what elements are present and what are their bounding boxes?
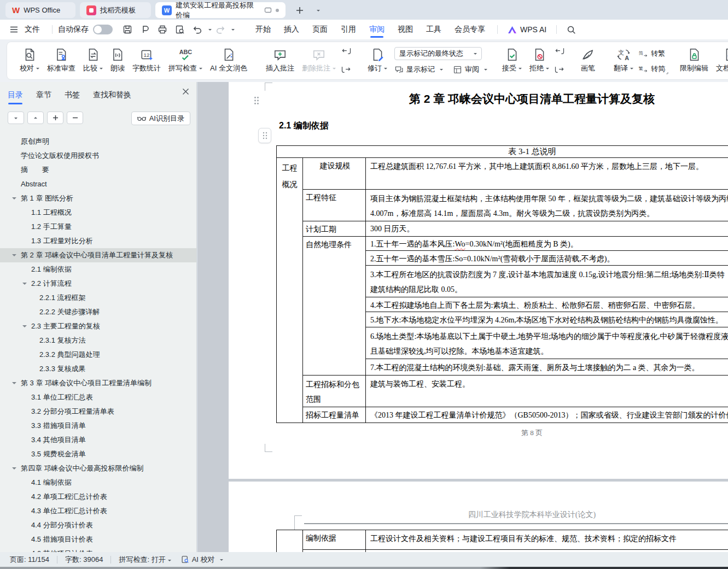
row-label[interactable]: 招标工程量清单 xyxy=(303,407,366,423)
toc-item[interactable]: 2.2.1 流程框架 xyxy=(0,291,197,305)
tab-list-dropdown[interactable] xyxy=(311,4,324,17)
document-page-9[interactable]: 四川工业科技学院本科毕业设计(论文) 编制依据 工程设计文件及相关资料；与建设工… xyxy=(229,482,728,552)
tab-wps-home[interactable]: W WPS Office xyxy=(5,2,75,18)
delete-comment-button[interactable]: 删除批注 xyxy=(298,45,340,75)
section-heading[interactable]: 2.1 编制依据 xyxy=(279,120,329,132)
collapse-arrow-icon[interactable] xyxy=(22,283,27,287)
toc-item[interactable]: 2.2 计算流程 xyxy=(0,277,197,291)
spell-check-button[interactable]: ABC 拼写检查 xyxy=(165,45,206,75)
redo-icon[interactable] xyxy=(213,23,228,36)
table-caption[interactable]: 表 3-1 总说明 xyxy=(277,146,728,158)
toc-item[interactable]: 2.3.1 复核方法 xyxy=(0,333,197,348)
undo-dropdown-caret[interactable] xyxy=(208,29,212,32)
collapse-arrow-icon[interactable] xyxy=(12,467,16,472)
reject-button[interactable]: 拒绝 xyxy=(526,45,553,75)
sidebar-tab-find-replace[interactable]: 查找和替换 xyxy=(93,90,131,100)
row-label[interactable]: 自然地理条件 xyxy=(303,237,366,376)
pen-button[interactable]: 画笔 xyxy=(577,45,599,75)
print-icon[interactable] xyxy=(155,23,170,36)
toc-item[interactable]: 2.1 编制依据 xyxy=(0,262,197,277)
insert-comment-button[interactable]: 插入批注 xyxy=(262,45,298,75)
track-changes-button[interactable]: 修订 xyxy=(364,45,391,75)
simplified-to-traditional-button[interactable]: 简 转繁 xyxy=(638,49,665,58)
toc-item[interactable]: 3.3 措施项目清单 xyxy=(0,419,197,433)
toc-item[interactable]: 4.4 分部分项计价表 xyxy=(0,518,197,532)
toc-collapse-up-button[interactable] xyxy=(27,112,44,124)
toc-item[interactable]: 4.2 单项工程汇总计价表 xyxy=(0,490,197,504)
cell-text[interactable]: 1.五十年一遇的基本风压:Wo=0.30kN/m²(地面粗糙度为 B 类)。 xyxy=(366,237,728,251)
previous-change-icon[interactable] xyxy=(554,46,565,57)
toc-expand-down-button[interactable] xyxy=(8,112,24,124)
toc-item[interactable]: 原创声明 xyxy=(0,134,197,149)
next-change-icon[interactable] xyxy=(554,65,565,76)
hamburger-icon[interactable] xyxy=(7,23,21,36)
accept-button[interactable]: 接受 xyxy=(498,45,526,75)
row-label[interactable]: 工程招标和分包范围 xyxy=(303,376,366,407)
menu-membership[interactable]: 会员专享 xyxy=(448,20,492,39)
menu-insert[interactable]: 插入 xyxy=(277,20,306,39)
block-drag-handle[interactable] xyxy=(258,128,271,143)
toc-item[interactable]: 2.3.2 典型问题处理 xyxy=(0,348,197,362)
paragraph-drag-handle[interactable] xyxy=(254,96,259,105)
cell-text[interactable]: 建筑与装饰工程、安装工程。 xyxy=(366,376,728,407)
sidebar-tab-contents[interactable]: 目录 xyxy=(8,90,23,100)
tab-docer-templates[interactable]: 找稻壳模板 xyxy=(80,2,151,18)
toc-item[interactable]: 4.5 措施项目计价表 xyxy=(0,532,197,547)
word-count-button[interactable]: 12 字数统计 xyxy=(129,45,165,75)
show-markup-button[interactable]: 显示标记 xyxy=(394,64,443,74)
toc-item[interactable]: 第四章 邛崃会议中心最高投标限价编制 xyxy=(0,461,197,476)
toc-item[interactable]: Abstract xyxy=(0,177,197,191)
toc-item[interactable]: 2.3.3 复核成果 xyxy=(0,362,197,376)
ai-proofread-button[interactable]: AI 校对 xyxy=(181,555,223,565)
cell-text[interactable]: 项目主体为钢筋混凝土框架结构，主体结构使用年限 50 年，框架抗震等级为二级，建… xyxy=(366,190,728,221)
toc-item[interactable]: 4.3 单位工程汇总计价表 xyxy=(0,504,197,518)
quickbar-more-caret[interactable] xyxy=(231,29,235,32)
print-preview-icon[interactable] xyxy=(173,23,187,36)
toc-item[interactable]: 2.2.2 关键步骤详解 xyxy=(0,305,197,319)
collapse-arrow-icon[interactable] xyxy=(12,254,16,259)
tab-collab-icon[interactable] xyxy=(264,7,272,14)
close-sidebar-icon[interactable] xyxy=(182,88,189,95)
tab-document[interactable]: W 建筑安装工程最高投标限价编 xyxy=(155,2,286,18)
file-menu[interactable]: 文件 xyxy=(22,20,46,39)
toc-item[interactable]: 1.1 工程概况 xyxy=(0,206,197,220)
toc-item[interactable]: 摘 要 xyxy=(0,163,197,177)
cell-text[interactable]: 4.本工程拟建场地自上而下各土层为:素填土、粉质粘土、松散卵石层、稍密卵石层、中… xyxy=(366,297,728,312)
toc-item[interactable]: 1.2 手工算量 xyxy=(0,220,197,234)
cell-text[interactable]: 300 日历天。 xyxy=(366,221,728,237)
menu-review[interactable]: 审阅 xyxy=(363,20,391,39)
dialog-launcher-icon[interactable] xyxy=(663,69,668,74)
save-icon[interactable] xyxy=(120,23,135,36)
next-comment-icon[interactable] xyxy=(341,65,352,76)
toc-item[interactable]: 3.5 规费税金清单 xyxy=(0,447,197,461)
collapse-arrow-icon[interactable] xyxy=(12,197,16,202)
row-group-cell[interactable] xyxy=(277,530,303,553)
menu-page[interactable]: 页面 xyxy=(306,20,334,39)
chapter-title[interactable]: 第 2 章 邛崃会议中心项目清单工程量计算及复核 xyxy=(276,91,728,107)
row-label[interactable]: 工程特征 xyxy=(303,190,366,221)
toc-item[interactable]: 3.1 单位工程汇总表 xyxy=(0,390,197,404)
autosave-toggle[interactable] xyxy=(93,25,113,34)
toc-item[interactable]: 4.6 其他项目计价表 xyxy=(0,547,197,552)
cell-text[interactable]: 6.场地土类型:本场地基底以下土属于中硬土,地势平坦;场地内的细沙属于中等程度液… xyxy=(366,327,728,359)
toc-item[interactable]: 3.2 分部分项工程量清单表 xyxy=(0,404,197,419)
menu-tools[interactable]: 工具 xyxy=(420,20,448,39)
row-group-label[interactable]: 工程概况 xyxy=(277,158,303,423)
translate-button[interactable]: 文 A 翻译 xyxy=(610,45,637,75)
cell-text[interactable]: 《2013 年建设工程工程量清单计价规范》（GB50500-2013）；国家或省… xyxy=(366,407,728,423)
traditional-to-simplified-button[interactable]: 繁 转简 xyxy=(638,64,665,74)
ai-recognize-toc-button[interactable]: AI识别目录 xyxy=(131,112,190,125)
menu-view[interactable]: 视图 xyxy=(391,20,420,39)
word-count-indicator[interactable]: 字数: 39064 xyxy=(65,555,103,565)
document-page-8[interactable]: 第 2 章 邛崃会议中心项目清单工程量计算及复核 2.1 编制依据 表 3-1 … xyxy=(229,82,728,479)
row-label[interactable]: 编制依据 xyxy=(303,530,366,550)
document-canvas[interactable]: 第 2 章 邛崃会议中心项目清单工程量计算及复核 2.1 编制依据 表 3-1 … xyxy=(197,82,728,552)
cell-text[interactable]: 2.五十年一遇的基本雪压:So=0.10kN/m²(雪荷载小于屋面活荷载,不考虑… xyxy=(366,251,728,266)
toc-zoom-out-button[interactable] xyxy=(67,112,83,124)
toc-item[interactable]: 2.3 主要工程量的复核 xyxy=(0,319,197,333)
cell-text[interactable]: 7.本工程的混凝土结构的环境类别:基础、露天雨篷、厕所及与土壤接触的为二 a 类… xyxy=(366,359,728,376)
sidebar-tab-bookmarks[interactable]: 书签 xyxy=(65,90,80,100)
collapse-arrow-icon[interactable] xyxy=(22,325,27,330)
menu-start[interactable]: 开始 xyxy=(249,20,277,39)
cell-text[interactable]: 5.地下水:本场地稳定水位平均埋深为 4.26m,本场区地下水对砼结构及钢筋砼结… xyxy=(366,312,728,327)
